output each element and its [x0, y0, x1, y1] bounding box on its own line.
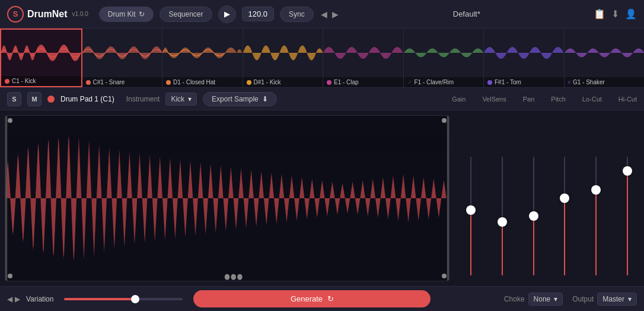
- corner-handle-br[interactable]: [442, 274, 447, 278]
- pad-ds1-label: D#1 - Kick: [243, 77, 323, 87]
- pitch-slider[interactable]: [557, 157, 572, 275]
- pitch-fill: [564, 198, 565, 275]
- sliders-row: [461, 116, 637, 280]
- pad-g1-text: G1 - Shaker: [573, 79, 605, 85]
- gain-thumb[interactable]: [466, 205, 476, 215]
- pad-ds1[interactable]: D#1 - Kick: [243, 28, 324, 87]
- corner-handle-tr[interactable]: [442, 118, 447, 123]
- pad-f1[interactable]: ⟋ F1 - Clave/Rim: [404, 28, 484, 87]
- bottom-next-button[interactable]: ▶: [15, 295, 20, 303]
- notes-icon[interactable]: 📋: [594, 8, 605, 20]
- bpm-display[interactable]: 120.0: [242, 7, 275, 21]
- sliders-panel: [454, 110, 644, 286]
- pad-d1[interactable]: D1 - Closed Hat: [162, 28, 243, 87]
- pad-ds1-waveform: [243, 28, 323, 77]
- waveform-section: [0, 110, 454, 286]
- param-labels: Gain VelSens Pan Pitch Lo-Cut Hi-Cut: [452, 96, 637, 103]
- pad-cs1-waveform: [82, 28, 162, 77]
- instrument-bar: S M Drum Pad 1 (C1) Instrument Kick ▾ Ex…: [0, 88, 644, 110]
- pad-fs1[interactable]: F#1 - Tom: [484, 28, 565, 87]
- solo-button[interactable]: S: [7, 92, 21, 106]
- pad-fs1-waveform: [484, 28, 564, 77]
- export-sample-label: Export Sample: [212, 95, 259, 103]
- locut-thumb[interactable]: [591, 185, 601, 195]
- velsens-slider[interactable]: [495, 157, 509, 275]
- pad-cs1-text: C#1 - Snare: [93, 79, 125, 85]
- sync-label: Sync: [289, 10, 305, 18]
- locut-fill: [595, 190, 597, 275]
- svg-rect-1: [5, 116, 7, 281]
- bottom-bar: ◀ ▶ Variation Generate ↻ Choke None ▾ Ou…: [0, 286, 644, 311]
- pads-row: C1 - Kick C#1 - Snare: [0, 28, 644, 88]
- locut-track: [595, 157, 597, 275]
- pad-c1[interactable]: C1 - Kick: [0, 28, 82, 87]
- locut-slider[interactable]: [589, 157, 603, 275]
- sync-button[interactable]: Sync: [280, 7, 314, 22]
- waveform-container[interactable]: [5, 115, 449, 281]
- pad-f1-text: F1 - Clave/Rim: [415, 79, 454, 85]
- export-icon: ⬇: [262, 95, 268, 103]
- velsens-thumb[interactable]: [498, 217, 507, 227]
- sequencer-button[interactable]: Sequencer: [160, 7, 212, 22]
- pad-f1-dot: ⟋: [407, 80, 412, 85]
- app-name: DrumNet: [27, 9, 68, 20]
- hicut-slider[interactable]: [620, 157, 635, 275]
- user-icon[interactable]: 👤: [625, 8, 637, 20]
- corner-handle-bl[interactable]: [8, 274, 12, 278]
- app-container: S DrumNet v1.0.0 Drum Kit ↻ Sequencer ▶ …: [0, 0, 644, 311]
- next-arrow-button[interactable]: ▶: [331, 8, 340, 20]
- gain-slider[interactable]: [464, 157, 478, 275]
- velsens-label: VelSens: [482, 96, 506, 103]
- pad-title: Drum Pad 1 (C1): [60, 95, 114, 103]
- download-icon[interactable]: ⬇: [611, 8, 619, 20]
- prev-arrow-button[interactable]: ◀: [320, 8, 329, 20]
- output-select[interactable]: Master ▾: [597, 293, 637, 306]
- hicut-slider-col: [620, 157, 635, 275]
- svg-point-5: [237, 274, 243, 280]
- drum-kit-button[interactable]: Drum Kit ↻: [99, 7, 154, 22]
- gain-fill: [470, 210, 471, 275]
- svg-point-4: [231, 274, 236, 280]
- variation-thumb[interactable]: [131, 295, 139, 303]
- app-version: v1.0.0: [72, 11, 88, 17]
- choke-select[interactable]: None ▾: [528, 293, 563, 306]
- pad-fs1-text: F#1 - Tom: [495, 79, 521, 85]
- pitch-slider-col: [557, 157, 572, 275]
- hicut-thumb[interactable]: [623, 166, 632, 176]
- choke-value: None: [534, 295, 551, 303]
- nav-arrows: ◀ ▶: [320, 8, 340, 20]
- corner-handle-tl[interactable]: [8, 118, 12, 123]
- topbar-icons: 📋 ⬇ 👤: [594, 8, 637, 20]
- refresh-icon: ↻: [139, 10, 145, 18]
- hicut-fill: [627, 171, 628, 275]
- pan-slider[interactable]: [527, 157, 541, 275]
- pad-g1-label: // G1 - Shaker: [565, 77, 645, 87]
- choke-chevron-icon: ▾: [554, 295, 557, 303]
- pitch-thumb[interactable]: [560, 193, 569, 203]
- gain-slider-col: [464, 157, 478, 275]
- logo: S DrumNet v1.0.0: [7, 6, 88, 23]
- instrument-select[interactable]: Kick ▾: [165, 93, 197, 106]
- pad-g1[interactable]: // G1 - Shaker: [565, 28, 645, 87]
- pad-g1-waveform: [565, 28, 645, 77]
- topbar: S DrumNet v1.0.0 Drum Kit ↻ Sequencer ▶ …: [0, 0, 644, 28]
- pad-e1-waveform: [323, 28, 403, 77]
- hicut-track: [627, 157, 628, 275]
- pad-cs1[interactable]: C#1 - Snare: [82, 28, 163, 87]
- mute-button[interactable]: M: [27, 92, 42, 106]
- gain-label: Gain: [452, 96, 466, 103]
- pan-track: [533, 157, 534, 275]
- pad-e1[interactable]: E1 - Clap: [323, 28, 404, 87]
- pan-thumb[interactable]: [529, 211, 538, 221]
- pad-c1-dot: [5, 79, 9, 84]
- preset-name: Default*: [346, 9, 588, 18]
- pad-cs1-dot: [86, 80, 91, 85]
- bottom-prev-button[interactable]: ◀: [7, 295, 12, 303]
- generate-button[interactable]: Generate ↻: [193, 290, 431, 307]
- play-icon: ▶: [224, 9, 230, 18]
- export-sample-button[interactable]: Export Sample ⬇: [203, 92, 277, 106]
- variation-slider[interactable]: [64, 298, 183, 300]
- generate-label: Generate: [291, 294, 323, 303]
- play-button[interactable]: ▶: [218, 5, 236, 23]
- drum-kit-label: Drum Kit: [108, 10, 136, 18]
